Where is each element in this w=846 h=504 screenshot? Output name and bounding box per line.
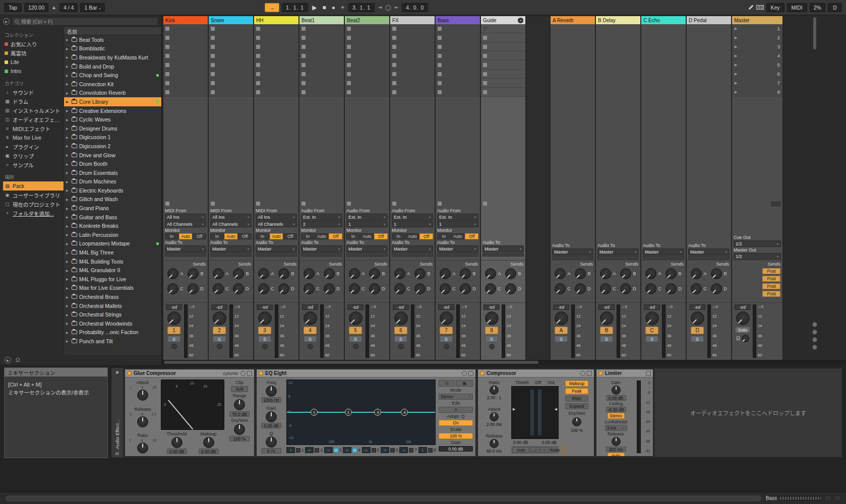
transfer-curve-icon[interactable]: ◿ (531, 447, 539, 453)
category-item[interactable]: ♪ サウンド (3, 88, 64, 97)
volume-display[interactable]: -Inf (302, 304, 318, 310)
ratio-value[interactable]: 2.00 : 1 (487, 395, 501, 400)
makeup-button[interactable]: Makeup (565, 381, 588, 387)
volume-knob[interactable] (258, 311, 272, 325)
rms-button[interactable]: RMS (565, 396, 588, 402)
clip-slot[interactable] (390, 88, 435, 97)
makeup-knob[interactable] (203, 437, 214, 448)
category-item[interactable]: ▥ インストゥルメント (3, 106, 64, 115)
activity-view-icon[interactable]: ∿ (540, 447, 549, 453)
browser-preview-icon[interactable]: ▶ (3, 18, 10, 25)
record-button[interactable]: ● (330, 4, 337, 11)
clip-slot[interactable] (299, 60, 344, 70)
category-item[interactable]: ≡ MIDIエフェクト (3, 124, 64, 133)
pack-item[interactable]: ▶ Connection Kit (64, 80, 161, 89)
metronome-icon[interactable]: ▲ (51, 5, 57, 10)
time-signature-display[interactable]: 4 / 4 (59, 3, 78, 12)
band-toggle[interactable] (315, 448, 319, 453)
solo-button[interactable]: S (691, 336, 704, 342)
band-toggle[interactable] (296, 448, 300, 453)
q-knob[interactable] (266, 436, 277, 448)
auto-release-button[interactable]: Auto (608, 453, 625, 457)
send-a-knob[interactable] (691, 268, 702, 279)
clip-slot[interactable] (390, 60, 435, 70)
clip-slot[interactable] (345, 70, 389, 79)
clip-slot[interactable] (163, 42, 208, 51)
pack-item[interactable]: ▶ Orchestral Woodwinds (64, 319, 161, 328)
quantization-chooser[interactable]: 1 Bar ▼ (80, 3, 105, 12)
gain-value[interactable]: 0.00 dB (261, 423, 281, 428)
send-a-knob[interactable] (485, 268, 496, 279)
volume-display[interactable]: -Inf (735, 304, 751, 310)
filter-shape-icon[interactable]: ∩ (343, 447, 351, 453)
device-activator-icon[interactable] (127, 371, 132, 375)
band-toggle[interactable] (428, 448, 433, 453)
scene-row[interactable]: ▶ 6 (732, 70, 782, 79)
show-sends-toggle[interactable] (812, 330, 817, 335)
device-activator-icon[interactable] (259, 371, 263, 375)
cue-out-chooser[interactable]: 1/2▼ (734, 240, 781, 247)
return-track-header[interactable]: D Pedal (687, 16, 731, 24)
eq-band-node[interactable]: 3 (374, 409, 381, 416)
master-out-chooser[interactable]: 1/2▼ (734, 253, 781, 260)
collection-item[interactable]: 風雷坊 (3, 48, 64, 57)
clip-slot[interactable] (345, 60, 389, 70)
send-b-knob[interactable] (414, 268, 426, 279)
vertical-scrollbar[interactable] (813, 17, 816, 49)
computer-midi-keyboard-icon[interactable] (756, 5, 764, 10)
scene-play-icon[interactable]: ▶ (735, 63, 737, 67)
return-activator-button[interactable]: D (691, 327, 704, 334)
clip-slot[interactable] (436, 42, 480, 51)
name-column-header[interactable]: 名前 (64, 27, 161, 35)
monitor-in-button[interactable]: In (437, 233, 451, 239)
output-slider-icon[interactable]: ◀ (555, 407, 557, 411)
send-b-knob[interactable] (711, 268, 722, 279)
monitor-auto-button[interactable]: Auto (224, 233, 238, 239)
track-activator-button[interactable]: 5 (349, 327, 362, 334)
auto-release-button[interactable]: Auto (512, 447, 529, 453)
dry-wet-value[interactable]: 100 % (229, 436, 250, 442)
pack-item[interactable]: ▶ Loopmasters Mixtape (64, 239, 161, 248)
pack-item[interactable]: ▶ Drum Machines (64, 177, 161, 186)
master-track-header[interactable]: Master (732, 16, 782, 24)
scene-play-icon[interactable]: ▶ (735, 45, 737, 49)
output-channel-box[interactable] (552, 256, 593, 260)
punch-in-icon[interactable]: ⇥ (377, 5, 382, 10)
output-channel-box[interactable] (256, 253, 297, 257)
volume-display[interactable]: -Inf (257, 304, 273, 310)
play-button[interactable]: ▶ (311, 4, 318, 11)
gain-value[interactable]: 0.00 dB (606, 395, 626, 401)
scene-row[interactable]: ▶ 2 (732, 33, 782, 42)
place-item[interactable]: ▤ Pack (3, 181, 64, 191)
send-c-knob[interactable] (645, 283, 656, 294)
clip-slot[interactable] (390, 42, 435, 51)
expand-arrow-icon[interactable]: ▶ (66, 47, 70, 50)
monitor-auto-button[interactable]: Auto (270, 233, 283, 239)
arm-button[interactable] (217, 344, 222, 349)
expand-arrow-icon[interactable]: ▶ (66, 136, 70, 139)
monitor-in-button[interactable]: In (346, 233, 360, 239)
send-a-knob[interactable] (555, 268, 566, 279)
expand-arrow-icon[interactable]: ▶ (66, 339, 70, 343)
thresh-column-label[interactable]: Thresh (515, 380, 528, 385)
threshold-knob[interactable] (171, 437, 183, 448)
output-chooser[interactable]: Master▼ (346, 245, 388, 252)
scene-play-icon[interactable]: ▶ (735, 81, 737, 85)
pack-item[interactable]: ▶ Digicussion 1 (64, 133, 161, 142)
scene-play-icon[interactable]: ▶ (735, 27, 737, 31)
midi-map-button[interactable]: MIDI (787, 3, 807, 12)
expand-arrow-icon[interactable]: ▶ (66, 100, 70, 103)
pack-item[interactable]: ▶ Punch and Tilt (64, 337, 161, 346)
ceiling-value[interactable]: -0.30 dB (606, 407, 626, 412)
volume-knob[interactable] (600, 311, 614, 325)
horizontal-scrollbar[interactable] (162, 360, 846, 365)
clip-slot[interactable] (299, 51, 344, 60)
volume-display[interactable]: -Inf (644, 304, 660, 310)
input-type-chooser[interactable]: All Ins▼ (165, 214, 206, 220)
filter-shape-icon[interactable]: \ (418, 447, 427, 453)
stop-button[interactable]: ■ (321, 4, 327, 11)
solo-button[interactable]: S (394, 336, 407, 342)
send-d-knob[interactable] (711, 283, 722, 294)
monitor-off-button[interactable]: Off (238, 233, 252, 239)
clip-slot[interactable] (481, 70, 525, 79)
